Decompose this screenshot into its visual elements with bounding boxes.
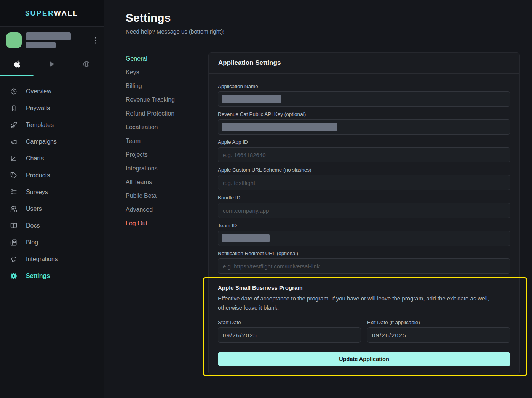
field-custom-url-scheme: Apple Custom URL Scheme (no slashes) xyxy=(218,167,510,190)
application-settings-card: Application Settings Application Name Re… xyxy=(208,52,520,375)
brand-prefix: $UPER xyxy=(25,9,54,17)
sidebar-nav: Overview Paywalls Templates Campaigns Ch… xyxy=(0,75,104,284)
field-label: Application Name xyxy=(218,83,510,89)
kebab-menu-icon[interactable] xyxy=(93,35,98,46)
field-label: Team ID xyxy=(218,223,510,228)
redacted-name-bar xyxy=(26,32,71,40)
team-id-input[interactable] xyxy=(218,231,510,246)
bundle-id-input[interactable] xyxy=(218,203,510,218)
field-bundle-id: Bundle ID xyxy=(218,195,510,218)
sidebar-item-overview[interactable]: Overview xyxy=(0,83,104,100)
redacted-value-bar xyxy=(222,95,281,103)
redacted-value-bar xyxy=(222,234,270,242)
settings-nav-localization[interactable]: Localization xyxy=(126,120,206,134)
tab-web[interactable] xyxy=(69,54,104,75)
apple-icon xyxy=(14,60,21,70)
settings-nav-general[interactable]: General xyxy=(126,52,206,66)
sidebar-item-label: Blog xyxy=(26,239,38,246)
sidebar-item-label: Docs xyxy=(26,222,40,229)
checklist-icon xyxy=(10,189,17,196)
start-date-field: Start Date xyxy=(218,319,361,343)
brand-suffix: WALL xyxy=(54,9,78,17)
sidebar-item-label: Settings xyxy=(26,273,50,279)
sidebar-item-paywalls[interactable]: Paywalls xyxy=(0,100,104,117)
sidebar-item-label: Surveys xyxy=(26,189,48,196)
sidebar-item-surveys[interactable]: Surveys xyxy=(0,184,104,201)
card-header: Application Settings xyxy=(209,53,519,74)
brand-wordmark: $UPERWALL xyxy=(25,9,78,18)
settings-nav-keys[interactable]: Keys xyxy=(126,66,206,79)
sidebar-item-label: Templates xyxy=(26,122,54,128)
sidebar-item-label: Charts xyxy=(26,155,44,162)
sidebar-item-label: Paywalls xyxy=(26,105,50,112)
gear-icon xyxy=(10,273,17,279)
revenuecat-key-input[interactable] xyxy=(218,119,510,135)
avatar xyxy=(6,32,22,48)
program-title: Apple Small Business Program xyxy=(218,284,510,291)
settings-nav-billing[interactable]: Billing xyxy=(126,79,206,93)
sidebar-item-label: Integrations xyxy=(26,256,58,263)
sidebar-item-users[interactable]: Users xyxy=(0,201,104,217)
active-tab-indicator xyxy=(0,75,34,76)
settings-nav-advanced[interactable]: Advanced xyxy=(126,203,206,217)
sidebar: $UPERWALL xyxy=(0,0,104,398)
phone-icon xyxy=(10,105,17,112)
small-business-program-section: Apple Small Business Program Effective d… xyxy=(218,284,510,366)
redacted-value-bar xyxy=(222,123,337,131)
sidebar-item-docs[interactable]: Docs xyxy=(0,217,104,234)
field-apple-app-id: Apple App ID xyxy=(218,139,510,162)
settings-nav-public-beta[interactable]: Public Beta xyxy=(126,189,206,203)
account-switcher[interactable] xyxy=(0,27,104,54)
settings-nav-revenue-tracking[interactable]: Revenue Tracking xyxy=(126,93,206,107)
sidebar-item-products[interactable]: Products xyxy=(0,167,104,184)
play-icon xyxy=(48,60,56,69)
field-label: Apple App ID xyxy=(218,139,510,145)
brand-logo[interactable]: $UPERWALL xyxy=(0,0,104,27)
settings-nav-log-out[interactable]: Log Out xyxy=(126,217,206,230)
chart-icon xyxy=(10,155,17,162)
field-label: Notification Redirect URL (optional) xyxy=(218,250,510,256)
field-label: Revenue Cat Public API Key (optional) xyxy=(218,111,510,117)
sidebar-item-campaigns[interactable]: Campaigns xyxy=(0,133,104,150)
start-date-input[interactable] xyxy=(218,327,361,343)
sidebar-item-label: Users xyxy=(26,205,42,212)
sidebar-item-integrations[interactable]: Integrations xyxy=(0,251,104,268)
sidebar-item-settings[interactable]: Settings xyxy=(0,268,104,284)
page-title: Settings xyxy=(126,11,171,24)
megaphone-icon xyxy=(10,138,17,145)
sidebar-item-charts[interactable]: Charts xyxy=(0,150,104,167)
start-date-label: Start Date xyxy=(218,319,361,325)
settings-nav-refund-protection[interactable]: Refund Protection xyxy=(126,107,206,120)
custom-url-scheme-input[interactable] xyxy=(218,175,510,190)
field-notification-redirect-url: Notification Redirect URL (optional) xyxy=(218,250,510,274)
users-icon xyxy=(10,205,17,212)
update-application-button[interactable]: Update Application xyxy=(218,352,510,366)
settings-nav-all-teams[interactable]: All Teams xyxy=(126,175,206,189)
settings-nav-projects[interactable]: Projects xyxy=(126,148,206,162)
tag-icon xyxy=(10,172,17,179)
book-icon xyxy=(10,222,17,229)
settings-nav-integrations[interactable]: Integrations xyxy=(126,162,206,175)
field-team-id: Team ID xyxy=(218,223,510,246)
exit-date-label: Exit Date (if applicable) xyxy=(367,319,510,325)
field-application-name: Application Name xyxy=(218,83,510,107)
account-name-redacted xyxy=(26,32,71,48)
sidebar-item-templates[interactable]: Templates xyxy=(0,117,104,133)
sidebar-item-label: Products xyxy=(26,172,50,179)
sidebar-item-label: Overview xyxy=(26,88,51,95)
tab-android[interactable] xyxy=(35,54,69,75)
rocket-icon xyxy=(10,122,17,128)
tab-ios[interactable] xyxy=(0,54,35,75)
settings-nav: General Keys Billing Revenue Tracking Re… xyxy=(126,52,206,230)
newspaper-icon xyxy=(10,239,17,246)
exit-date-input[interactable] xyxy=(367,327,510,343)
card-title: Application Settings xyxy=(218,59,510,67)
redacted-subtitle-bar xyxy=(26,42,56,48)
application-name-input[interactable] xyxy=(218,91,510,107)
apple-app-id-input[interactable] xyxy=(218,147,510,162)
sidebar-item-blog[interactable]: Blog xyxy=(0,234,104,251)
sidebar-item-label: Campaigns xyxy=(26,138,57,145)
notification-redirect-url-input[interactable] xyxy=(218,258,510,274)
settings-nav-team[interactable]: Team xyxy=(126,134,206,148)
program-description: Effective date of acceptance to the prog… xyxy=(218,294,510,312)
